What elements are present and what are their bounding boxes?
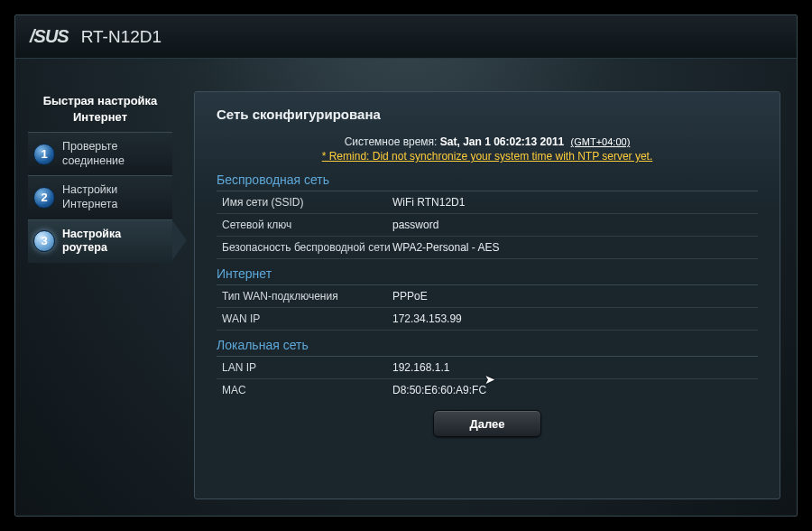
key-label: Сетевой ключ — [217, 219, 392, 231]
row-wan-ip: WAN IP 172.34.153.99 — [217, 308, 758, 331]
row-lan-ip: LAN IP 192.168.1.1 — [217, 357, 758, 379]
top-bar: /SUS RT-N12D1 — [15, 15, 797, 59]
step-number-icon: 3 — [33, 230, 55, 252]
section-wireless-title: Беспроводная сеть — [217, 169, 758, 191]
wan-ip-label: WAN IP — [217, 312, 392, 325]
section-internet-title: Интернет — [217, 263, 758, 285]
ntp-remind-link[interactable]: * Remind: Did not synchronize your syste… — [322, 150, 653, 163]
row-security: Безопасность беспроводной сети WPA2-Pers… — [217, 237, 758, 259]
step-label: Настройка роутера — [62, 228, 167, 256]
sidebar: Быстрая настройка Интернет 1 Проверьте с… — [15, 59, 178, 516]
timezone-link[interactable]: (GMT+04:00) — [571, 136, 631, 147]
ssid-label: Имя сети (SSID) — [217, 196, 392, 209]
step-number-icon: 1 — [33, 144, 55, 165]
section-lan-title: Локальная сеть — [217, 334, 758, 357]
row-mac: MAC D8:50:E6:60:A9:FC — [217, 379, 758, 401]
page-title: Сеть сконфигурирована — [217, 107, 758, 122]
main-panel: Сеть сконфигурирована Системное время: S… — [194, 91, 780, 499]
systime-label: Системное время: — [345, 135, 438, 148]
wan-ip-value: 172.34.153.99 — [392, 312, 462, 325]
step-check-connection[interactable]: 1 Проверьте соединение — [28, 132, 172, 175]
key-value: password — [392, 219, 438, 231]
wan-type-label: Тип WAN-подключения — [217, 290, 392, 303]
row-key: Сетевой ключ password — [217, 214, 758, 237]
mac-value: D8:50:E6:60:A9:FC — [392, 384, 486, 396]
row-ssid: Имя сети (SSID) WiFi RTN12D1 — [217, 191, 758, 214]
lan-ip-label: LAN IP — [217, 361, 392, 374]
app-viewport: /SUS RT-N12D1 Быстрая настройка Интернет… — [14, 14, 798, 517]
window-frame: /SUS RT-N12D1 Быстрая настройка Интернет… — [0, 0, 812, 531]
step-label: Настройки Интернета — [62, 183, 167, 211]
ssid-value: WiFi RTN12D1 — [392, 196, 465, 209]
step-router-setup[interactable]: 3 Настройка роутера — [28, 219, 172, 263]
content-area: Быстрая настройка Интернет 1 Проверьте с… — [15, 59, 797, 516]
systime-value: Sat, Jan 1 06:02:13 2011 — [440, 135, 564, 148]
asus-logo: /SUS — [30, 26, 69, 47]
next-button[interactable]: Далее — [433, 410, 541, 437]
step-internet-settings[interactable]: 2 Настройки Интернета — [28, 175, 172, 219]
step-label: Проверьте соединение — [62, 140, 167, 168]
security-value: WPA2-Personal - AES — [392, 241, 500, 254]
lan-ip-value: 192.168.1.1 — [392, 361, 449, 374]
model-label: RT-N12D1 — [81, 27, 161, 47]
system-time-block: Системное время: Sat, Jan 1 06:02:13 201… — [217, 135, 758, 163]
sidebar-title: Быстрая настройка Интернет — [28, 93, 172, 125]
row-wan-type: Тип WAN-подключения PPPoE — [217, 285, 758, 308]
wan-type-value: PPPoE — [392, 290, 428, 303]
mac-label: MAC — [217, 384, 392, 396]
security-label: Безопасность беспроводной сети — [217, 241, 392, 254]
step-number-icon: 2 — [33, 187, 55, 209]
